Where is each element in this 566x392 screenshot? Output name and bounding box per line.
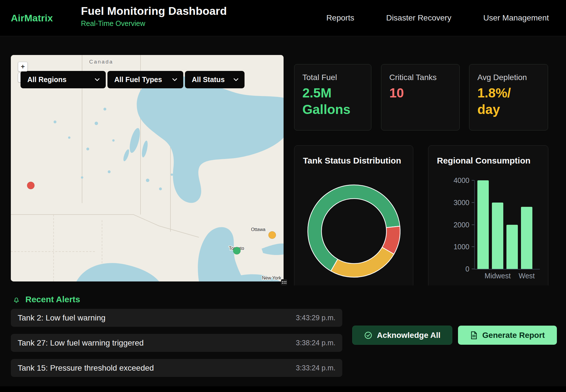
nav-item-disaster-recovery[interactable]: Disaster Recovery: [386, 13, 451, 23]
nav-item-reports[interactable]: Reports: [326, 13, 354, 23]
bar-ytick-label: 4000: [437, 176, 469, 185]
alert-time: 3:43:29 p.m.: [296, 314, 335, 322]
donut-segment-yellow[interactable]: [331, 247, 394, 277]
alerts-header: Recent Alerts: [12, 295, 80, 304]
map-label-ottawa: Ottawa: [251, 227, 266, 232]
alert-row[interactable]: Tank 2: Low fuel warning 3:43:29 p.m.: [11, 309, 342, 327]
status-filter-dropdown[interactable]: All Status: [185, 71, 245, 88]
footer-strip: [0, 386, 566, 392]
tank-status-card: Tank Status Distribution: [294, 145, 413, 293]
app-header: AirMatrix Fuel Monitoring Dashboard Real…: [0, 0, 566, 36]
alert-text: Tank 15: Pressure threshold exceeded: [18, 364, 154, 373]
chevron-down-icon: [95, 78, 99, 81]
bar-series-2[interactable]: [506, 225, 518, 269]
alert-time: 3:33:24 p.m.: [296, 364, 335, 372]
acknowledge-all-button[interactable]: Acknowledge All: [352, 326, 452, 345]
bar-ytick-mark: [472, 202, 474, 203]
bar-xtick-label: West: [510, 272, 544, 280]
map-filter-bar: All Regions All Fuel Types All Status: [21, 71, 245, 88]
bar-ytick-mark: [472, 180, 474, 181]
alerts-title: Recent Alerts: [25, 295, 80, 304]
check-circle-icon: [364, 331, 372, 340]
bar-ytick-label: 3000: [437, 198, 469, 207]
chevron-down-icon: [234, 78, 238, 81]
app-root: AirMatrix Fuel Monitoring Dashboard Real…: [0, 0, 566, 392]
main-nav: Reports Disaster Recovery User Managemen…: [326, 13, 549, 23]
region-filter-label: All Regions: [27, 75, 67, 84]
bar-ytick-mark: [472, 269, 474, 269]
map-label-new-york: New York: [262, 275, 282, 280]
stat-value: 1.8%/ day: [477, 85, 540, 118]
tank-status-donut-chart: [294, 146, 414, 285]
chevron-down-icon: [172, 78, 177, 81]
regional-consumption-bar-chart: 01000200030004000MidwestWest: [428, 146, 548, 293]
fuel-type-filter-dropdown[interactable]: All Fuel Types: [107, 71, 183, 88]
stat-label: Total Fuel: [302, 73, 363, 82]
regional-consumption-card: Regional Consumption 01000200030004000Mi…: [428, 145, 548, 293]
page-subtitle: Real-Time Overview: [81, 19, 227, 28]
alert-row[interactable]: Tank 27: Low fuel warning triggered 3:38…: [11, 334, 342, 352]
bar-ytick-mark: [472, 224, 474, 225]
acknowledge-all-label: Acknowledge All: [377, 331, 440, 340]
stat-value: 2.5M Gallons: [302, 85, 363, 118]
alert-text: Tank 2: Low fuel warning: [18, 313, 105, 322]
drag-handle-icon[interactable]: [281, 279, 287, 285]
document-icon: [470, 331, 478, 340]
bar-series-0[interactable]: [477, 180, 489, 269]
stat-card-total-fuel: Total Fuel 2.5M Gallons: [294, 64, 371, 130]
bar-chart-x-axis: [474, 269, 540, 270]
bar-ytick-mark: [472, 246, 474, 247]
stat-label: Critical Tanks: [389, 73, 451, 82]
stat-value: 10: [389, 85, 451, 101]
alert-time: 3:38:24 p.m.: [296, 339, 335, 347]
map-panel[interactable]: Canada Ottawa Toronto New York − + All R…: [11, 55, 284, 281]
map-marker-warning[interactable]: [268, 231, 276, 239]
brand-logo[interactable]: AirMatrix: [11, 13, 53, 24]
fuel-type-filter-label: All Fuel Types: [114, 75, 162, 84]
map-zoom-in-button[interactable]: +: [18, 62, 28, 72]
generate-report-label: Generate Report: [482, 331, 545, 340]
generate-report-button[interactable]: Generate Report: [458, 326, 557, 345]
status-filter-label: All Status: [192, 75, 225, 84]
bar-Midwest[interactable]: [492, 203, 503, 269]
drag-dots: [284, 281, 285, 282]
zoom-in-icon: +: [21, 63, 25, 71]
map-marker-normal[interactable]: [233, 247, 241, 254]
recent-alerts-section: Recent Alerts Tank 2: Low fuel warning 3…: [0, 285, 566, 392]
map-canvas[interactable]: Canada Ottawa Toronto New York: [11, 55, 284, 281]
region-filter-dropdown[interactable]: All Regions: [21, 71, 106, 88]
bar-ytick-label: 0: [437, 265, 469, 273]
bell-icon: [12, 295, 21, 304]
bar-West[interactable]: [521, 207, 532, 269]
bar-chart-y-axis: [474, 180, 475, 270]
alert-row[interactable]: Tank 15: Pressure threshold exceeded 3:3…: [11, 359, 342, 377]
stat-card-critical-tanks: Critical Tanks 10: [381, 64, 460, 130]
map-label-canada: Canada: [89, 59, 113, 65]
alert-text: Tank 27: Low fuel warning triggered: [18, 338, 144, 348]
stat-card-avg-depletion: Avg Depletion 1.8%/ day: [469, 64, 548, 130]
map-marker-critical[interactable]: [27, 182, 34, 189]
bar-ytick-label: 1000: [437, 242, 469, 251]
stat-label: Avg Depletion: [477, 73, 540, 82]
page-title: Fuel Monitoring Dashboard: [81, 5, 227, 17]
title-block: Fuel Monitoring Dashboard Real-Time Over…: [81, 5, 227, 28]
bar-ytick-label: 2000: [437, 220, 469, 229]
nav-item-user-management[interactable]: User Management: [483, 13, 549, 23]
